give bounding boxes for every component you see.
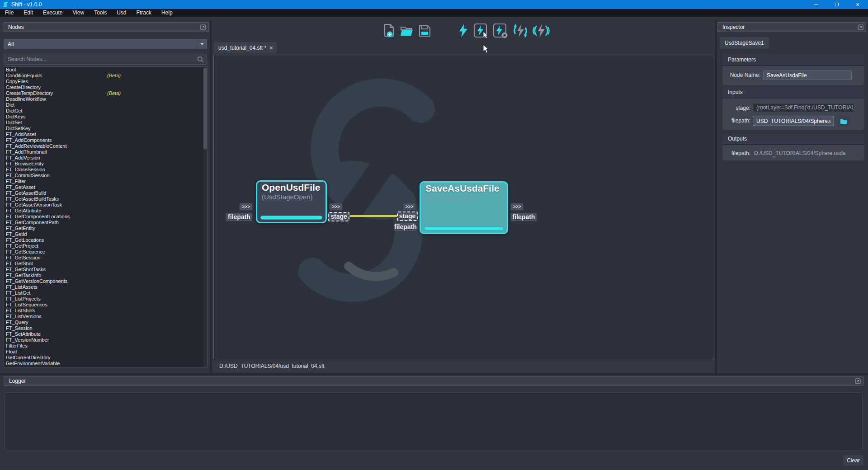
list-item[interactable]: FT_GetSequence (4, 249, 208, 255)
minimize-button[interactable] (806, 0, 826, 9)
node-filter-dropdown[interactable]: All (4, 39, 207, 49)
list-item[interactable]: CreateDirectory (4, 85, 208, 90)
port-filepath-out-saveasusdafile[interactable]: filepath (510, 213, 537, 221)
list-item[interactable]: FT_GetTaskInfo (4, 273, 208, 278)
list-item[interactable]: FT_GetAsset (4, 184, 208, 190)
save-graph-icon[interactable] (418, 24, 431, 38)
list-item[interactable]: FT_AddVersion (4, 155, 208, 161)
list-item[interactable]: FT_CloseSession (4, 167, 208, 173)
list-item[interactable]: ConditionEquals(Beta) (4, 73, 208, 79)
clear-logger-button[interactable]: Clear (843, 455, 864, 466)
restore-button[interactable] (826, 0, 847, 9)
list-item[interactable]: FT_BrowseEntity (4, 161, 208, 167)
connection-wire-stage[interactable] (349, 215, 397, 217)
list-item[interactable]: FT_GetLocations (4, 237, 208, 243)
list-item[interactable]: FT_GetEntity (4, 226, 208, 231)
list-item[interactable]: CreateTempDirectory(Beta) (4, 90, 208, 96)
list-item[interactable]: Float (4, 349, 208, 355)
menu-help[interactable]: Help (156, 9, 178, 17)
menu-file[interactable]: File (0, 9, 19, 17)
new-graph-icon[interactable] (382, 24, 396, 38)
list-item[interactable]: FT_CommitSession (4, 173, 208, 179)
node-graph-canvas[interactable]: OpenUsdFile (UsdStageOpen) >>> filepath … (213, 55, 714, 359)
execute-live-icon[interactable] (533, 23, 550, 39)
list-item[interactable]: DictKeys (4, 114, 208, 120)
list-item[interactable]: FT_ListVersions (4, 314, 208, 320)
list-item[interactable]: DictSetKey (4, 126, 208, 132)
list-item[interactable]: FT_GetComponentPath (4, 220, 208, 226)
port-exec-in-openusdfile[interactable]: >>> (239, 203, 253, 211)
logger-output-area[interactable] (5, 392, 863, 451)
execute-selected-icon[interactable] (473, 23, 489, 39)
execute-from-selected-icon[interactable] (493, 23, 508, 39)
menu-edit[interactable]: Edit (19, 9, 38, 17)
search-input[interactable] (4, 56, 197, 62)
list-item[interactable]: DictSet (4, 120, 208, 126)
graph-node-saveasusdafile[interactable]: SaveAsUsdaFile (UsdStageSave) (420, 181, 508, 234)
splitter-right[interactable] (715, 20, 717, 375)
list-item[interactable]: FT_ListAssets (4, 284, 208, 290)
list-item[interactable]: FT_AddAsset (4, 132, 208, 137)
list-item[interactable]: Dict (4, 102, 208, 108)
port-exec-out-openusdfile[interactable]: >>> (329, 203, 343, 211)
logger-popout-icon[interactable] (855, 378, 861, 384)
list-item[interactable]: FT_GetProject (4, 243, 208, 249)
port-exec-in-saveasusdafile[interactable]: >>> (403, 203, 416, 211)
menu-ftrack[interactable]: Ftrack (132, 9, 156, 17)
close-button[interactable]: × (847, 0, 868, 9)
list-item[interactable]: FT_ListShots (4, 308, 208, 314)
list-item[interactable]: Bool (4, 67, 208, 73)
port-filepath-in-saveasusdafile[interactable]: filepath (394, 223, 417, 231)
list-item[interactable]: FT_GetAssetBuild (4, 190, 208, 196)
execute-refresh-icon[interactable] (512, 23, 528, 39)
list-item[interactable]: FT_GetShot (4, 261, 208, 267)
list-item[interactable]: FT_AddComponents (4, 137, 208, 143)
menu-view[interactable]: View (67, 9, 89, 17)
list-item[interactable]: FT_ListGet (4, 290, 208, 296)
list-item[interactable]: FT_GetAttribute (4, 208, 208, 214)
list-item[interactable]: FT_GetShotTasks (4, 267, 208, 273)
list-item[interactable]: FT_VersionNumber (4, 337, 208, 343)
port-stage-in-saveasusdafile[interactable]: stage (397, 212, 418, 221)
list-item[interactable]: FT_GetAssetVersionTask (4, 202, 208, 208)
list-item[interactable]: FT_GetAssetBuildTasks (4, 196, 208, 202)
list-item[interactable]: FT_AddReviewableContent (4, 143, 208, 149)
list-item[interactable]: FT_GetComponentLocations (4, 214, 208, 220)
graph-tab[interactable]: usd_tutorial_04.sft * × (214, 42, 277, 53)
port-exec-out-saveasusdafile[interactable]: >>> (510, 203, 524, 211)
execute-graph-icon[interactable] (458, 23, 469, 39)
list-item[interactable]: GetCurrentDirectory (4, 355, 208, 361)
tab-close-icon[interactable]: × (269, 45, 273, 51)
inspector-popout-icon[interactable] (858, 24, 863, 30)
list-item[interactable]: DictGet (4, 108, 208, 114)
list-item[interactable]: FT_Filter (4, 179, 208, 184)
browse-filepath-button[interactable] (837, 116, 850, 127)
list-item[interactable]: FT_GetSession (4, 255, 208, 261)
list-item[interactable]: CopyFiles (4, 79, 208, 85)
graph-node-openusdfile[interactable]: OpenUsdFile (UsdStageOpen) (256, 180, 327, 223)
menu-tools[interactable]: Tools (89, 9, 112, 17)
list-item[interactable]: FT_Session (4, 325, 208, 331)
splitter-logger[interactable] (0, 373, 868, 375)
inspector-tab-usdstagesave1[interactable]: UsdStageSave1 (720, 37, 769, 49)
list-item[interactable]: FilterFiles (4, 343, 208, 349)
splitter-left[interactable] (210, 20, 212, 375)
list-item[interactable]: FT_ListProjects (4, 296, 208, 302)
list-item[interactable]: FT_SetAttribute (4, 331, 208, 337)
node-type-label: FT_GetAsset (6, 184, 35, 190)
nodes-popout-icon[interactable] (200, 24, 206, 30)
menu-execute[interactable]: Execute (38, 9, 67, 17)
node-name-input[interactable] (767, 72, 848, 79)
list-item[interactable]: FT_AddThumbnail (4, 149, 208, 155)
menu-usd[interactable]: Usd (112, 9, 131, 17)
list-item[interactable]: FT_GetVersionComponents (4, 278, 208, 284)
port-filepath-in-openusdfile[interactable]: filepath (226, 213, 253, 221)
list-item[interactable]: FT_ListSequences (4, 302, 208, 308)
list-item[interactable]: DeadlineWorkflow (4, 96, 208, 102)
list-item[interactable]: FT_Query (4, 320, 208, 325)
open-graph-icon[interactable] (400, 24, 414, 38)
port-stage-out-openusdfile[interactable]: stage (328, 212, 349, 221)
list-item[interactable]: GetEnvironmentVariable (4, 361, 208, 367)
filepath-input[interactable] (756, 118, 830, 124)
list-item[interactable]: FT_GetId (4, 231, 208, 237)
